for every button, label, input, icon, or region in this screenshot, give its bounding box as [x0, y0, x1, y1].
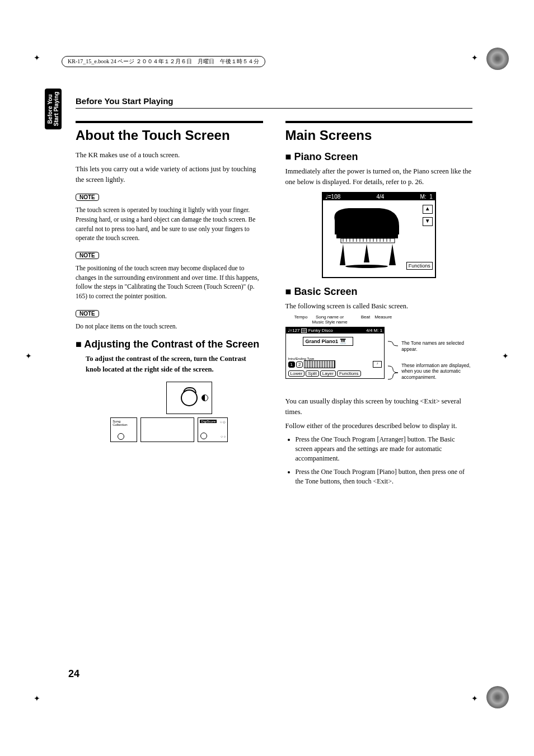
up-arrow-button: ▲ [423, 205, 433, 214]
heading-basic-screen: Basic Screen [285, 286, 473, 298]
callout-tone: The Tone names are selected appear. [401, 340, 472, 352]
button-icon [200, 433, 207, 439]
print-header-text: KR-17_15_e.book 24 ページ ２００４年１２月６日 月曜日 午後… [68, 58, 259, 64]
icon-button: ♪ [373, 361, 382, 368]
panel-song-collection: Song Collection [110, 417, 137, 442]
note-text: The touch screen is operated by touching… [76, 205, 263, 243]
grand-piano-icon [326, 204, 410, 270]
body-text: Follow either of the procedures describe… [285, 421, 473, 431]
heading-touch-screen: About the Touch Screen [76, 121, 263, 143]
contrast-icon [202, 395, 208, 401]
lower-button: Lower [288, 370, 305, 377]
body-text: The KR makes use of a touch screen. [76, 150, 263, 161]
right-column: Main Screens Piano Screen Immediately af… [285, 114, 473, 490]
button-icon [118, 433, 124, 440]
m-value: 1 [380, 328, 382, 333]
list-item: Press the One Touch Program [Piano] butt… [296, 467, 473, 487]
panel-digiscore: DigiScore ○ ○ ○ ◇ [198, 417, 228, 442]
m-label: M: [374, 328, 379, 333]
heading-contrast: Adjusting the Contrast of the Screen [76, 339, 263, 350]
label: DigiScore [200, 420, 217, 423]
functions-button: Functions [337, 370, 361, 377]
tone-name: Grand Piano1 🎹 [303, 337, 353, 346]
note-label: NOTE [76, 252, 99, 259]
split-button: Split [306, 370, 319, 377]
measure-label: M: [420, 194, 427, 200]
body-text: This lets you carry out a wide variety o… [76, 164, 263, 185]
note-text: The positioning of the touch screen may … [76, 264, 263, 301]
type-2-button: 2 [296, 361, 303, 368]
procedure-list: Press the One Touch Program [Arranger] b… [285, 435, 473, 487]
functions-button: Functions [406, 262, 433, 270]
registration-mark-icon [486, 48, 509, 70]
crop-mark-icon [31, 692, 43, 705]
body-text: You can usually display this screen by t… [285, 396, 473, 417]
label-songname: Song name or Music Style name [312, 314, 348, 325]
page-number: 24 [68, 668, 79, 680]
body-text: The following screen is called Basic scr… [285, 301, 473, 312]
callout-lines [388, 327, 398, 388]
crop-mark-icon [22, 350, 35, 362]
timesig: 4/4 [366, 328, 372, 333]
basic-screen-figure: ♩=127 00 Funky Disco 4/4 M: 1 Grand Pian… [285, 327, 385, 379]
style-name: Funky Disco [308, 328, 333, 333]
label-beat: Beat [361, 314, 370, 325]
side-tab: Before You Start Playing [45, 88, 62, 129]
note-text: Do not place items on the touch screen. [76, 322, 263, 331]
type-1-button: 1 [288, 361, 295, 368]
label: Song Collection [113, 420, 135, 426]
note-label: NOTE [76, 194, 99, 201]
contrast-instruction: To adjust the contrast of the screen, tu… [86, 354, 263, 375]
svg-point-16 [345, 265, 388, 268]
contrast-knob-icon [181, 389, 198, 406]
keyboard-icon [304, 360, 335, 368]
print-header: KR-17_15_e.book 24 ページ ２００４年１２月６日 月曜日 午後… [62, 56, 265, 67]
body-text: Immediately after the power is turned on… [285, 166, 473, 187]
left-column: About the Touch Screen The KR makes use … [76, 114, 263, 490]
registration-mark-icon [486, 686, 509, 708]
measure-value: 1 [429, 194, 433, 200]
piano-screen-figure: ♩=108 4/4 M: 1 [322, 192, 436, 278]
crop-mark-icon [469, 51, 481, 64]
panel-blank [140, 417, 194, 442]
label-tempo: Tempo [294, 314, 308, 325]
crop-mark-icon [469, 692, 481, 705]
layer-button: Layer [320, 370, 336, 377]
crop-mark-icon [31, 51, 43, 64]
note-label: NOTE [76, 310, 99, 317]
section-header: Before You Start Playing [76, 96, 472, 109]
tempo-value: =127 [290, 328, 300, 333]
down-arrow-button: ▼ [423, 217, 433, 226]
tempo-value: =108 [328, 194, 341, 200]
label-measure: Measure [374, 314, 392, 325]
contrast-figure: Song Collection DigiScore ○ ○ ○ ◇ [110, 382, 228, 442]
crop-mark-icon [499, 350, 512, 362]
heading-main-screens: Main Screens [285, 121, 473, 143]
callout-accompaniment: These information are displayed, when yo… [401, 363, 472, 381]
timesig: 4/4 [376, 194, 384, 200]
basic-screen-top-labels: Tempo Song name or Music Style name Beat… [294, 314, 473, 325]
list-item: Press the One Touch Program [Arranger] b… [296, 435, 473, 464]
heading-piano-screen: Piano Screen [285, 151, 473, 163]
